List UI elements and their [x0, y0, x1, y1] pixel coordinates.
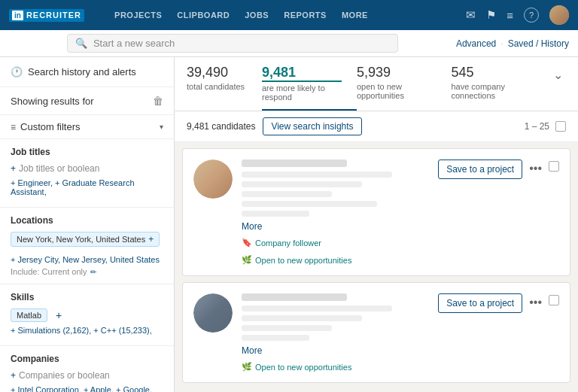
plus-icon: +	[11, 370, 16, 381]
list-icon[interactable]: ≡	[507, 9, 513, 22]
candidate-info: More 🔖 Company follower 🌿 Open to new op…	[242, 160, 429, 265]
brand-name: RECRUITER	[26, 11, 81, 20]
flag-icon[interactable]: ⚑	[486, 8, 496, 22]
include-label: Include: Current only	[11, 267, 87, 276]
stat-connections-number: 545	[451, 65, 535, 81]
linkedin-icon: in	[12, 11, 23, 20]
stat-open-number: 5,939	[357, 65, 436, 81]
candidate-options-button[interactable]: •••	[527, 160, 544, 178]
stat-total[interactable]: 39,490 total candidates	[187, 65, 262, 100]
candidate-detail-2	[242, 315, 362, 321]
sidebar-header: 🕐 Search history and alerts	[0, 57, 174, 87]
stat-total-label: total candidates	[187, 82, 247, 91]
stat-likely-number: 9,481	[262, 65, 342, 82]
candidate-name	[242, 160, 347, 167]
top-navigation: in RECRUITER PROJECTS CLIPBOARD JOBS REP…	[0, 0, 578, 30]
save-to-project-button[interactable]: Save to a project	[438, 160, 522, 179]
candidate-badges: 🌿 Open to new opportunities	[242, 362, 429, 372]
select-all-checkbox[interactable]	[555, 121, 566, 132]
company-follower-badge: 🔖 Company follower	[242, 238, 321, 248]
stat-open-label: open to new opportunities	[357, 82, 436, 100]
chevron-down-icon: ▾	[160, 123, 163, 131]
job-titles-add[interactable]: + Job titles or boolean	[11, 163, 163, 174]
nav-more[interactable]: MORE	[342, 8, 368, 23]
divider: ·	[500, 38, 503, 49]
candidate-avatar	[193, 160, 233, 199]
location-add-icon[interactable]: +	[148, 234, 154, 245]
candidate-checkbox[interactable]	[549, 161, 559, 172]
open-label-2: Open to new opportunities	[255, 363, 351, 372]
sidebar: 🕐 Search history and alerts Showing resu…	[0, 57, 175, 392]
candidate-detail-1	[242, 172, 392, 178]
skill-tag-matlab[interactable]: Matlab	[11, 308, 47, 322]
follower-label: Company follower	[255, 239, 321, 248]
candidate-more-link[interactable]: More	[242, 345, 429, 356]
candidates-list: More 🔖 Company follower 🌿 Open to new op…	[175, 142, 578, 389]
showing-label: Showing results for	[11, 96, 94, 107]
search-input[interactable]: Start a new search	[93, 38, 175, 49]
showing-section: Showing results for 🗑	[0, 87, 174, 115]
nav-clipboard[interactable]: CLIPBOARD	[177, 8, 230, 23]
search-input-wrapper[interactable]: 🔍 Start a new search	[67, 34, 398, 53]
open-icon: 🌿	[242, 255, 252, 265]
candidate-options-button[interactable]: •••	[527, 293, 544, 311]
advanced-link[interactable]: Advanced	[456, 38, 496, 49]
nav-items: PROJECTS CLIPBOARD JOBS REPORTS MORE	[114, 8, 368, 23]
skill-add-icon[interactable]: +	[56, 309, 62, 321]
edit-icon[interactable]: ✏	[90, 268, 96, 276]
nav-projects[interactable]: PROJECTS	[114, 8, 162, 23]
skills-title: Skills	[11, 292, 163, 302]
skills-section: Skills Matlab + + Simulations (2,162), +…	[0, 284, 174, 346]
open-icon-2: 🌿	[242, 362, 252, 372]
view-insights-button[interactable]: View search insights	[263, 117, 361, 135]
candidate-detail-3	[242, 191, 332, 197]
save-to-project-button[interactable]: Save to a project	[438, 293, 522, 313]
companies-placeholder: Companies or boolean	[19, 370, 110, 381]
companies-add[interactable]: + Companies or boolean	[11, 370, 163, 381]
custom-filters-label: Custom filters	[20, 121, 155, 132]
sidebar-title: Search history and alerts	[28, 66, 136, 77]
candidate-badges: 🔖 Company follower 🌿 Open to new opportu…	[242, 238, 429, 265]
search-icon: 🔍	[75, 38, 87, 49]
stats-collapse-icon[interactable]: ⌄	[550, 65, 566, 85]
open-opportunities-badge: 🌿 Open to new opportunities	[242, 255, 351, 265]
stat-likely-label: are more likely to respond	[262, 84, 342, 102]
candidate-card: More 🌿 Open to new opportunities Save to…	[182, 282, 570, 383]
candidate-checkbox[interactable]	[549, 295, 559, 305]
stat-connections-label: have company connections	[451, 82, 535, 100]
job-titles-placeholder: Job titles or boolean	[19, 163, 99, 174]
job-titles-title: Job titles	[11, 147, 163, 157]
locations-section: Locations New York, New York, United Sta…	[0, 208, 174, 284]
search-actions: Advanced · Saved / History	[456, 38, 569, 49]
stat-total-number: 39,490	[187, 65, 247, 81]
history-icon: 🕐	[11, 66, 23, 77]
user-avatar[interactable]	[549, 5, 569, 25]
custom-filters[interactable]: ≡ Custom filters ▾	[0, 115, 174, 139]
mail-icon[interactable]: ✉	[466, 8, 476, 22]
candidate-detail-3	[242, 325, 332, 331]
stat-connections[interactable]: 545 have company connections	[451, 65, 550, 109]
companies-section: Companies + Companies or boolean + Intel…	[0, 346, 174, 392]
candidate-detail-1	[242, 305, 392, 311]
candidate-detail-4	[242, 201, 377, 207]
location-tag[interactable]: New York, New York, United States +	[11, 232, 160, 247]
stat-open[interactable]: 5,939 open to new opportunities	[357, 65, 451, 109]
nav-reports[interactable]: REPORTS	[284, 8, 327, 23]
trash-icon[interactable]: 🗑	[153, 95, 163, 107]
candidate-detail-2	[242, 181, 362, 187]
stat-likely[interactable]: 9,481 are more likely to respond	[262, 65, 357, 111]
candidate-detail-4	[242, 335, 309, 341]
content-area: 39,490 total candidates 9,481 are more l…	[175, 57, 578, 392]
results-count: 9,481 candidates	[187, 121, 255, 132]
filter-icon: ≡	[11, 122, 16, 132]
help-icon[interactable]: ?	[524, 8, 539, 23]
candidate-name	[242, 293, 347, 301]
nav-jobs[interactable]: JOBS	[245, 8, 269, 23]
saved-history-link[interactable]: Saved / History	[508, 38, 569, 49]
linkedin-logo: in RECRUITER	[9, 9, 84, 22]
plus-icon: +	[11, 163, 16, 174]
candidate-more-link[interactable]: More	[242, 221, 429, 232]
companies-value: + Intel Corporation, + Apple, + Google,	[11, 385, 163, 392]
job-titles-section: Job titles + Job titles or boolean + Eng…	[0, 139, 174, 208]
results-bar: 9,481 candidates View search insights 1 …	[175, 111, 578, 142]
